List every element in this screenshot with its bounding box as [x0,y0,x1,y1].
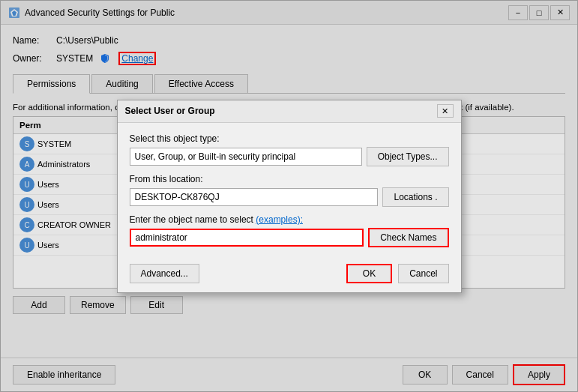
object-name-input[interactable] [130,229,364,247]
location-section: From this location: Locations . [130,174,449,207]
examples-link[interactable]: (examples): [256,214,303,225]
check-names-button[interactable]: Check Names [368,228,448,247]
dialog-overlay: Select User or Group ✕ Select this objec… [1,1,577,391]
dialog-close-button[interactable]: ✕ [437,104,454,118]
object-type-input[interactable] [130,148,362,166]
location-row: Locations . [130,187,449,207]
object-types-button[interactable]: Object Types... [367,147,449,166]
object-type-row: Object Types... [130,147,449,166]
main-window: Advanced Security Settings for Public − … [0,0,578,392]
object-name-row: Check Names [130,228,449,247]
dialog-title: Select User or Group [125,106,215,116]
select-user-dialog: Select User or Group ✕ Select this objec… [117,100,462,293]
dialog-footer-right: OK Cancel [346,264,449,283]
advanced-button[interactable]: Advanced... [130,264,199,283]
object-name-section: Enter the object name to select (example… [130,214,449,247]
object-type-section: Select this object type: Object Types... [130,133,449,166]
dialog-title-bar: Select User or Group ✕ [118,100,461,123]
dialog-cancel-button[interactable]: Cancel [398,264,448,283]
dialog-footer: Advanced... OK Cancel [118,258,461,292]
object-type-label: Select this object type: [130,133,449,144]
location-input[interactable] [130,188,379,206]
locations-button[interactable]: Locations . [382,187,448,207]
location-label: From this location: [130,174,449,184]
dialog-ok-button[interactable]: OK [346,264,392,283]
object-name-label: Enter the object name to select (example… [130,214,449,225]
dialog-content: Select this object type: Object Types...… [118,123,461,258]
